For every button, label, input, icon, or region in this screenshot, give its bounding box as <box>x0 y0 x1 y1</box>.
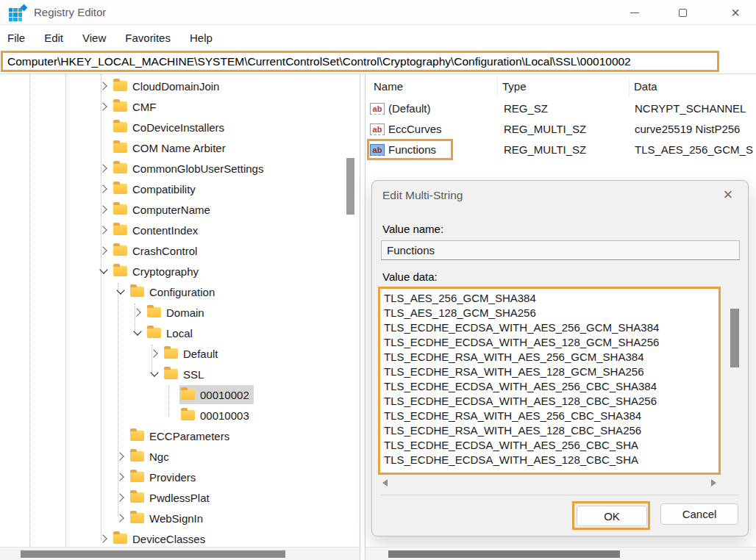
tree-item-default[interactable]: Default <box>0 343 360 364</box>
tree-item-content[interactable]: DeviceClasses <box>112 529 210 547</box>
tree-item-00010002[interactable]: 00010002 <box>0 384 360 405</box>
dialog-horizontal-scrollbar[interactable] <box>379 477 719 489</box>
tree-item-cmf[interactable]: CMF <box>0 96 360 117</box>
tree-item-computername[interactable]: ComputerName <box>0 199 360 220</box>
chevron-right-icon[interactable] <box>146 351 163 356</box>
menu-item-favorites[interactable]: Favorites <box>125 32 171 44</box>
menu-item-edit[interactable]: Edit <box>44 32 63 44</box>
value-data-textarea[interactable]: TLS_AES_256_GCM_SHA384TLS_AES_128_GCM_SH… <box>378 287 721 475</box>
value-row-default[interactable]: ab(Default)REG_SZNCRYPT_SCHANNEL <box>365 98 756 119</box>
value-name-cell[interactable]: EccCurves <box>388 123 442 135</box>
tree-item-clouddomainjoin[interactable]: CloudDomainJoin <box>0 76 360 96</box>
dialog-close-icon[interactable]: × <box>717 185 739 204</box>
tree-item-content[interactable]: Domain <box>146 303 209 322</box>
tree-item-cryptography[interactable]: Cryptography <box>0 261 360 281</box>
chevron-right-icon[interactable] <box>113 453 129 459</box>
menu-item-file[interactable]: File <box>7 32 25 44</box>
value-name-cell[interactable]: (Default) <box>388 102 431 115</box>
value-row-ecccurves[interactable]: abEccCurvesREG_MULTI_SZcurve25519 NistP2… <box>365 119 756 140</box>
tree-item-content[interactable]: CoDeviceInstallers <box>112 118 229 137</box>
panel-splitter[interactable] <box>360 74 365 560</box>
tree-item-commonglobusersettings[interactable]: CommonGlobUserSettings <box>0 158 360 179</box>
tree-item-local[interactable]: Local <box>0 323 360 343</box>
column-divider[interactable] <box>629 78 630 97</box>
column-header-name[interactable]: Name <box>374 80 403 93</box>
close-button[interactable]: × <box>718 0 752 25</box>
tree-item-content[interactable]: CloudDomainJoin <box>112 76 224 96</box>
tree-item-content[interactable]: CrashControl <box>112 241 202 260</box>
chevron-right-icon[interactable] <box>113 495 129 500</box>
minimize-button[interactable] <box>618 0 652 25</box>
tree-item-content[interactable]: COM Name Arbiter <box>112 138 230 157</box>
tree-item-content[interactable]: SSL <box>163 365 208 384</box>
list-horizontal-scrollbar[interactable] <box>365 547 756 560</box>
tree-item-content[interactable]: Compatibility <box>112 179 200 198</box>
tree-item-content[interactable]: Providers <box>129 467 200 487</box>
chevron-right-icon[interactable] <box>96 227 112 233</box>
tree-item-content[interactable]: Cryptography <box>112 262 203 281</box>
tree-item-content[interactable]: 00010002 <box>179 385 254 404</box>
tree-item-content[interactable]: CommonGlobUserSettings <box>112 159 268 178</box>
tree-item-ssl[interactable]: SSL <box>0 364 360 384</box>
maximize-button[interactable] <box>666 0 699 25</box>
menu-item-help[interactable]: Help <box>190 32 213 44</box>
column-divider[interactable] <box>497 78 498 97</box>
tree-horizontal-scrollbar[interactable] <box>0 547 360 560</box>
chevron-down-icon[interactable] <box>129 331 146 334</box>
tree-item-content[interactable]: Configuration <box>129 282 219 301</box>
dialog-vertical-scrollbar[interactable] <box>727 288 743 473</box>
tree-item-contentindex[interactable]: ContentIndex <box>0 220 360 240</box>
tree-item-content[interactable]: Local <box>146 323 197 342</box>
tree-horizontal-scrollbar-thumb[interactable] <box>21 550 285 558</box>
chevron-right-icon[interactable] <box>113 515 129 521</box>
chevron-right-icon[interactable] <box>96 186 112 192</box>
chevron-right-icon[interactable] <box>96 104 112 110</box>
scroll-left-arrow-icon[interactable] <box>382 479 388 487</box>
dialog-vertical-scrollbar-thumb[interactable] <box>730 309 739 367</box>
tree-vertical-scrollbar-thumb[interactable] <box>346 158 354 215</box>
tree-item-content[interactable]: ECCParameters <box>129 426 234 445</box>
column-header-type[interactable]: Type <box>502 80 527 93</box>
address-input[interactable]: Computer\HKEY_LOCAL_MACHINE\SYSTEM\Curre… <box>3 55 631 68</box>
value-name-cell[interactable]: Functions <box>388 143 436 156</box>
menu-item-view[interactable]: View <box>82 32 106 44</box>
value-row-functions[interactable]: abFunctionsREG_MULTI_SZTLS_AES_256_GCM_S <box>365 140 756 160</box>
tree-item-content[interactable]: ComputerName <box>112 200 215 219</box>
chevron-down-icon[interactable] <box>146 373 163 376</box>
tree-item-configuration[interactable]: Configuration <box>0 281 360 302</box>
tree-item-deviceclasses[interactable]: DeviceClasses <box>0 528 360 547</box>
chevron-down-icon[interactable] <box>113 290 129 293</box>
tree-item-crashcontrol[interactable]: CrashControl <box>0 240 360 261</box>
tree-item-compatibility[interactable]: Compatibility <box>0 179 360 199</box>
column-header-data[interactable]: Data <box>634 80 657 93</box>
chevron-right-icon[interactable] <box>129 309 146 315</box>
tree-item-content[interactable]: Ngc <box>129 447 174 466</box>
chevron-right-icon[interactable] <box>113 474 129 480</box>
tree-item-providers[interactable]: Providers <box>0 467 360 487</box>
tree-item-content[interactable]: 00010003 <box>179 406 254 425</box>
tree-item-pwdlessplat[interactable]: PwdlessPlat <box>0 487 360 508</box>
cancel-button[interactable]: Cancel <box>660 503 738 525</box>
tree-item-eccparameters[interactable]: ECCParameters <box>0 426 360 446</box>
list-horizontal-scrollbar-thumb[interactable] <box>388 550 620 558</box>
tree-item-ngc[interactable]: Ngc <box>0 446 360 467</box>
tree-item-codeviceinstallers[interactable]: CoDeviceInstallers <box>0 117 360 137</box>
ok-button[interactable]: OK <box>577 506 647 526</box>
tree-item-00010003[interactable]: 00010003 <box>0 405 360 426</box>
tree-item-content[interactable]: WebSignIn <box>129 509 207 528</box>
chevron-right-icon[interactable] <box>96 536 112 542</box>
chevron-right-icon[interactable] <box>96 83 112 89</box>
tree-item-content[interactable]: Default <box>163 344 223 363</box>
tree-item-content[interactable]: CMF <box>112 97 161 116</box>
chevron-right-icon[interactable] <box>96 207 112 212</box>
value-name-field[interactable]: Functions <box>381 240 740 260</box>
tree-item-domain[interactable]: Domain <box>0 302 360 323</box>
chevron-right-icon[interactable] <box>96 165 112 171</box>
chevron-right-icon[interactable] <box>96 248 112 254</box>
tree-item-com-name-arbiter[interactable]: COM Name Arbiter <box>0 137 360 158</box>
tree-item-websignin[interactable]: WebSignIn <box>0 508 360 528</box>
tree-item-content[interactable]: ContentIndex <box>112 220 202 240</box>
scroll-right-arrow-icon[interactable] <box>711 479 716 487</box>
tree-item-content[interactable]: PwdlessPlat <box>129 488 214 507</box>
chevron-down-icon[interactable] <box>96 270 112 273</box>
